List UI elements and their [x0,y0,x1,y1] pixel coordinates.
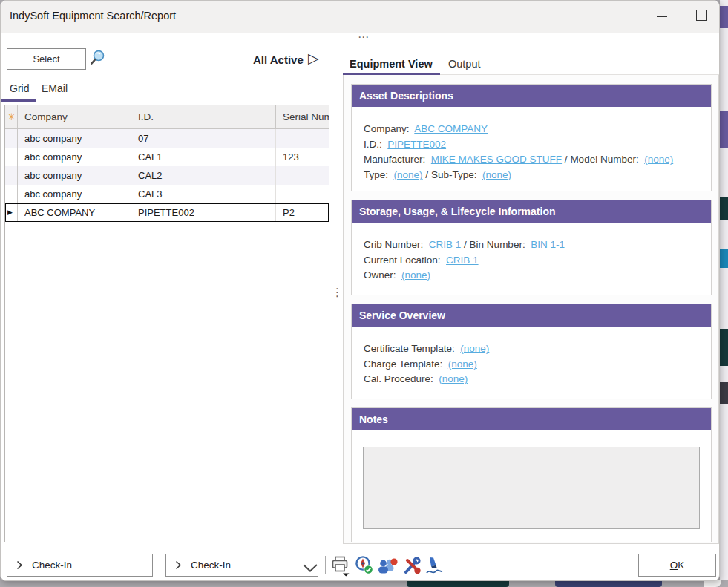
bg-segment [720,6,728,28]
more-actions-chevron-down-icon[interactable] [302,563,318,576]
bg-button-sliver [407,580,509,587]
tab-grid-active-underline [1,99,36,102]
model-number-link[interactable]: (none) [644,154,673,165]
chevron-right-icon [16,560,23,570]
charge-template-label: Charge Template: [364,358,442,370]
bg-segment [720,382,728,404]
equipment-view-panel: Asset Descriptions Company: ABC COMPANY … [343,75,719,544]
cell-serial[interactable] [276,185,329,203]
manufacturer-link[interactable]: MIKE MAKES GOOD STUFF [431,154,562,165]
row-indicator-cell [5,148,18,166]
scope-filter-label[interactable]: All Active [253,53,306,66]
section-title: Notes [352,408,711,430]
check-in-label: Check-In [32,560,72,571]
scope-run-icon[interactable]: ▷ [308,50,319,67]
notes-field[interactable] [363,447,700,529]
maximize-icon [696,10,707,21]
table-row-selected[interactable]: ▶ ABC COMPANY PIPETTE002 P2 [5,203,329,222]
bin-number-link[interactable]: BIN 1-1 [531,239,565,250]
print-icon[interactable] [330,555,351,577]
owner-link[interactable]: (none) [401,269,430,281]
ok-button[interactable]: OK [638,554,716,577]
cell-company[interactable]: abc company [18,129,131,148]
check-in-label: Check-In [191,560,231,571]
cell-serial[interactable]: 123 [276,148,329,166]
minimize-button[interactable] [652,5,673,26]
current-location-label: Current Location: [364,255,441,266]
subtype-link[interactable]: (none) [482,169,511,180]
tab-output[interactable]: Output [448,58,481,70]
storage-usage-lifecycle-section: Storage, Usage, & Lifecycle Information … [351,200,712,295]
cell-company[interactable]: ABC COMPANY [18,203,131,222]
cell-company[interactable]: abc company [18,166,131,185]
search-icon[interactable] [88,48,108,69]
grid-header-row: ✳ Company I.D. Serial Num [5,105,329,129]
check-in-button-secondary[interactable]: Check-In [165,554,318,577]
tools-icon[interactable] [401,555,422,577]
bg-segment [720,249,728,268]
background-window-bottom-sliver [0,580,728,587]
certificate-template-link[interactable]: (none) [460,343,489,354]
table-row[interactable]: abc company CAL3 [5,185,329,203]
id-link[interactable]: PIPETTE002 [387,139,446,150]
cell-id[interactable]: CAL1 [131,148,276,166]
charge-template-link[interactable]: (none) [448,358,477,370]
current-location-link[interactable]: CRIB 1 [446,255,479,266]
cell-company[interactable]: abc company [18,185,131,203]
section-title: Asset Descriptions [352,85,711,107]
cell-id[interactable]: 07 [131,129,276,148]
cell-serial[interactable] [276,129,329,148]
separator: / [464,239,467,250]
check-in-button-primary[interactable]: Check-In [7,554,153,577]
cal-procedure-link[interactable]: (none) [439,373,468,384]
cell-company[interactable]: abc company [18,148,131,166]
chevron-right-icon [175,560,182,570]
window-title: IndySoft Equipment Search/Report [10,10,176,22]
users-icon[interactable] [376,555,397,577]
ok-rest: K [678,560,684,571]
subtype-label: Sub-Type: [431,169,477,180]
service-overview-section: Service Overview Certificate Template: (… [351,304,712,399]
cell-id[interactable]: PIPETTE002 [131,203,276,222]
tab-grid[interactable]: Grid [10,82,29,94]
tab-equipment-view[interactable]: Equipment View [350,58,433,70]
id-label: I.D.: [364,139,382,150]
certificate-template-label: Certificate Template: [364,343,455,354]
table-row[interactable]: abc company 07 [5,129,329,148]
asset-descriptions-section: Asset Descriptions Company: ABC COMPANY … [351,84,712,191]
cell-serial[interactable]: P2 [276,203,329,222]
table-row[interactable]: abc company CAL2 [5,166,329,185]
column-header-company[interactable]: Company [18,105,131,128]
grid-new-row-header[interactable]: ✳ [5,105,18,128]
current-row-indicator-icon: ▶ [5,203,18,222]
panel-splitter-icon[interactable]: ⋮ [332,286,343,299]
crib-number-link[interactable]: CRIB 1 [429,239,462,250]
company-link[interactable]: ABC COMPANY [414,123,488,134]
column-header-id[interactable]: I.D. [131,105,276,128]
row-indicator-cell [5,166,18,185]
section-title: Service Overview [352,304,711,327]
separator: / [565,154,568,165]
type-link[interactable]: (none) [394,169,423,180]
equipment-search-report-window: IndySoft Equipment Search/Report Select … [0,0,720,581]
manufacturer-label: Manufacturer: [364,154,425,165]
bg-segment [720,329,728,366]
signature-icon[interactable] [424,555,445,577]
owner-label: Owner: [364,269,396,281]
bg-segment [720,197,728,220]
bg-corner [704,580,721,587]
tab-email[interactable]: EMail [42,82,68,94]
column-header-serial[interactable]: Serial Num [276,105,329,128]
browse-verify-icon[interactable] [355,555,376,577]
results-grid: ✳ Company I.D. Serial Num abc company 07… [4,105,329,542]
select-button[interactable]: Select [7,48,86,70]
maximize-button[interactable] [691,4,713,27]
background-window-right-sliver [720,0,728,581]
bin-number-label: Bin Number: [470,239,525,250]
cell-serial[interactable] [276,166,329,185]
cell-id[interactable]: CAL3 [131,185,276,203]
cell-id[interactable]: CAL2 [131,166,276,185]
table-row[interactable]: abc company CAL1 123 [5,148,329,166]
dock-handle-icon[interactable]: ⋯ [358,30,370,44]
bg-segment [720,111,728,148]
